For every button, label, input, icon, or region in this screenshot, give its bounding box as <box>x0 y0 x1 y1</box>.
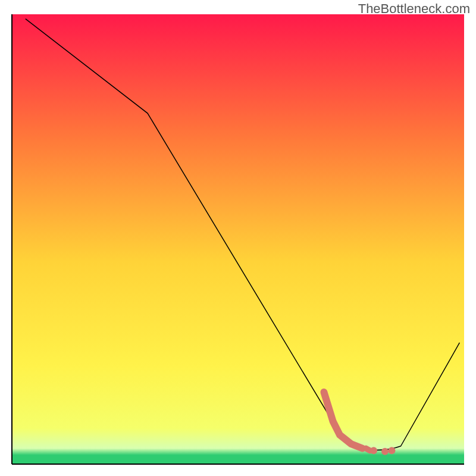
watermark-text: TheBottleneck.com <box>358 1 470 17</box>
plot-background <box>12 14 464 464</box>
optimal-dot <box>388 447 395 454</box>
chart-svg <box>0 14 476 476</box>
optimal-dash <box>366 449 370 451</box>
optimal-dot <box>381 448 389 455</box>
chart-area <box>0 14 476 476</box>
